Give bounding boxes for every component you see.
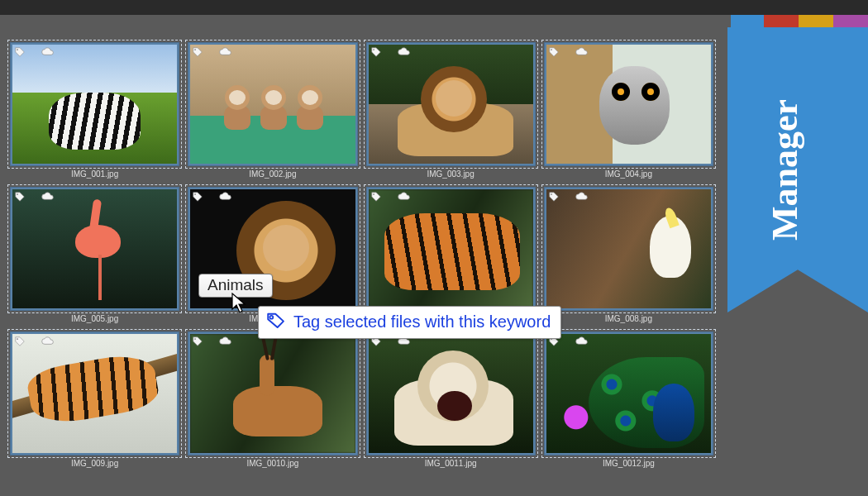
thumbnail-filename: IMG_003.jpg (366, 166, 536, 180)
thumbnail-image (369, 45, 533, 164)
thumbnail-grid: IMG_001.jpg IMG_002.jpg (10, 42, 713, 470)
thumbnail-image (546, 189, 711, 308)
cloud-icon (41, 335, 55, 348)
svg-point-4 (17, 193, 18, 195)
tag-icon (547, 190, 560, 203)
svg-point-1 (194, 49, 196, 50)
cloud-icon (398, 45, 411, 59)
thumbnail-item[interactable]: IMG_002.jpg (188, 42, 357, 180)
cloud-icon (575, 190, 589, 203)
svg-point-9 (194, 338, 196, 340)
thumbnail-item[interactable]: IMG_007.jpg (366, 187, 536, 325)
tag-icon (370, 190, 383, 203)
thumbnail-filename: IMG_002.jpg (188, 166, 357, 180)
dragged-keyword-label: Animals (207, 276, 264, 293)
thumbnail-browser[interactable]: IMG_001.jpg IMG_002.jpg (0, 37, 723, 496)
thumbnail-image (546, 45, 711, 164)
cloud-icon (575, 335, 589, 348)
thumbnail-filename: IMG_0012.jpg (544, 455, 713, 470)
title-bar (0, 0, 868, 15)
thumbnail-image (12, 334, 177, 453)
thumbnail-item[interactable]: IMG_004.jpg (544, 42, 713, 180)
tag-icon (191, 45, 204, 59)
thumbnail-image (546, 334, 711, 453)
thumbnail-filename: IMG_0010.jpg (188, 455, 357, 470)
tag-icon (547, 45, 560, 59)
tag-icon (191, 190, 204, 203)
module-tab-purple[interactable] (833, 15, 868, 27)
svg-point-2 (373, 49, 374, 50)
module-ribbon-label: Manager (765, 99, 807, 241)
tag-icon (13, 190, 26, 203)
thumbnail-item[interactable]: IMG_0010.jpg (188, 331, 357, 470)
drop-action-tooltip-text: Tag selected files with this keyword (293, 312, 551, 331)
cloud-icon (219, 335, 232, 348)
thumbnail-item[interactable]: IMG_005.jpg (10, 187, 179, 325)
thumbnail-item[interactable]: IMG_0011.jpg (366, 331, 536, 470)
svg-point-12 (269, 316, 273, 319)
svg-point-7 (551, 193, 552, 195)
cloud-icon (41, 45, 55, 59)
module-ribbon: Manager (727, 27, 868, 312)
svg-point-3 (551, 49, 552, 50)
tag-large-icon (265, 311, 287, 333)
thumbnail-item[interactable]: IMG_006.jpg (188, 187, 357, 325)
thumbnail-filename: IMG_001.jpg (10, 166, 179, 180)
thumbnail-item[interactable]: IMG_001.jpg (10, 42, 179, 180)
thumbnail-item[interactable]: IMG_009.jpg (10, 331, 179, 470)
cloud-icon (398, 190, 411, 203)
tag-icon (13, 335, 26, 348)
thumbnail-image (369, 189, 533, 308)
svg-point-6 (373, 193, 374, 195)
tag-icon (370, 45, 383, 59)
thumbnail-filename: IMG_005.jpg (10, 311, 179, 325)
thumbnail-image (12, 45, 177, 164)
drop-action-tooltip: Tag selected files with this keyword (258, 306, 561, 339)
thumbnail-filename: IMG_008.jpg (544, 311, 713, 325)
cursor-arrow-icon (231, 293, 248, 317)
tag-icon (13, 45, 26, 59)
tag-icon (191, 335, 204, 348)
thumbnail-image (12, 189, 177, 308)
svg-point-0 (17, 49, 18, 50)
cloud-icon (219, 190, 232, 203)
module-tab-yellow[interactable] (799, 15, 833, 27)
cloud-icon (41, 190, 55, 203)
thumbnail-image (190, 334, 355, 453)
thumbnail-image (369, 334, 533, 453)
thumbnail-filename: IMG_009.jpg (10, 455, 179, 470)
cloud-icon (575, 45, 589, 59)
thumbnail-image (190, 45, 355, 164)
svg-point-8 (17, 338, 18, 340)
thumbnail-filename: IMG_004.jpg (544, 166, 713, 180)
module-tab-manager[interactable] (731, 15, 764, 27)
cloud-icon (219, 45, 232, 59)
thumbnail-item[interactable]: IMG_0012.jpg (544, 331, 713, 470)
thumbnail-item[interactable]: IMG_003.jpg (366, 42, 536, 180)
svg-point-5 (194, 193, 196, 195)
thumbnail-filename: IMG_0011.jpg (366, 455, 536, 470)
thumbnail-item[interactable]: IMG_008.jpg (544, 187, 713, 325)
module-tab-red[interactable] (764, 15, 799, 27)
